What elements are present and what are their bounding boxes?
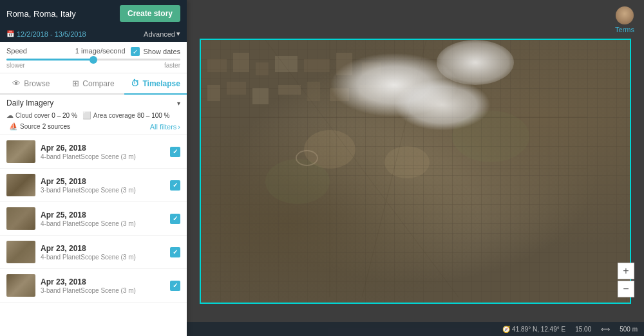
show-dates-label: Show dates (144, 48, 180, 55)
zoom-controls: + − (618, 263, 634, 297)
source-label: Source (20, 123, 41, 130)
list-item[interactable]: Apr 26, 2018 4-band PlanetScope Scene (3… (0, 135, 187, 169)
filter-bar: Daily Imagery ▾ ☁ Cloud cover 0 – 20 % ⬜… (0, 95, 187, 135)
item-info: Apr 23, 2018 3-band PlanetScope Scene (3… (41, 277, 165, 294)
cloud-2 (394, 79, 491, 131)
cloud-cover-chip[interactable]: ☁ Cloud cover 0 – 20 % (6, 111, 77, 120)
zoom-out-button[interactable]: − (618, 281, 634, 297)
chevron-right-icon: › (178, 123, 180, 131)
thumbnail (6, 140, 35, 163)
thumbnail (6, 241, 35, 263)
item-date: Apr 23, 2018 (41, 244, 165, 253)
coordinates-text: 41.89° N, 12.49° E (512, 326, 565, 333)
faster-label: faster (164, 62, 180, 69)
zoom-level-text: 15.00 (575, 326, 591, 333)
slider-fill (6, 59, 93, 61)
slower-label: slower (6, 62, 25, 69)
thumb-image (6, 174, 35, 196)
sidebar: Roma, Roma, Italy Create story 📅 12/2/20… (0, 0, 187, 336)
imagery-dropdown-arrow[interactable]: ▾ (177, 100, 180, 107)
calendar-icon: 📅 (6, 30, 14, 37)
area-coverage-chip[interactable]: ⬜ Area coverage 80 – 100 % (82, 111, 170, 120)
area-value: 80 – 100 % (137, 112, 170, 119)
item-desc: 3-band PlanetScope Scene (3 m) (41, 287, 165, 294)
cloud-value: 0 – 20 % (52, 112, 77, 119)
thumbnail (6, 274, 35, 297)
list-item[interactable]: Apr 23, 2018 4-band PlanetScope Scene (3… (0, 236, 187, 269)
app-container: Roma, Roma, Italy Create story 📅 12/2/20… (0, 0, 644, 336)
terms-area[interactable]: Terms (615, 6, 634, 33)
svg-rect-10 (278, 85, 301, 95)
slider-track (6, 59, 180, 61)
source-chip[interactable]: ⛵ Source 2 sources (9, 122, 70, 131)
item-date: Apr 25, 2018 (41, 177, 165, 186)
source-value: 2 sources (43, 123, 70, 130)
image-list[interactable]: Apr 26, 2018 4-band PlanetScope Scene (3… (0, 135, 187, 336)
svg-rect-4 (304, 59, 330, 72)
all-filters-button[interactable]: All filters › (150, 123, 180, 131)
svg-rect-8 (227, 82, 246, 95)
svg-rect-7 (207, 85, 220, 101)
browse-label: Browse (24, 79, 50, 88)
user-avatar[interactable] (616, 6, 634, 24)
list-item[interactable]: Apr 25, 2018 3-band PlanetScope Scene (3… (0, 169, 187, 202)
tab-browse[interactable]: 👁 Browse (0, 73, 62, 93)
speed-value: 1 image/second (75, 47, 126, 55)
item-info: Apr 26, 2018 4-band PlanetScope Scene (3… (41, 144, 165, 160)
item-info: Apr 25, 2018 4-band PlanetScope Scene (3… (41, 210, 165, 227)
svg-point-15 (384, 146, 430, 178)
svg-rect-1 (233, 53, 249, 72)
map-area[interactable]: Terms + − 🧭 41.89° N, 12.49° E 15.00 ⟺ 5… (187, 0, 644, 336)
tabs-row: 👁 Browse ⊞ Compare ⏱ Timelapse (0, 73, 187, 95)
colosseum-marker (296, 150, 318, 166)
show-dates-checkbox[interactable] (131, 47, 140, 56)
scale-text: 500 m (620, 326, 638, 333)
zoom-in-button[interactable]: + (618, 263, 634, 279)
item-checkbox[interactable] (170, 214, 180, 224)
compass-icon: 🧭 (502, 326, 510, 333)
thumb-image (6, 140, 35, 163)
area-label: Area coverage (93, 112, 135, 119)
source-icon: ⛵ (9, 122, 18, 131)
compass-indicator: 🧭 41.89° N, 12.49° E (502, 326, 565, 333)
speed-label: Speed (6, 47, 27, 55)
svg-rect-2 (256, 62, 269, 75)
item-checkbox[interactable] (170, 281, 180, 291)
item-date: Apr 26, 2018 (41, 144, 165, 153)
scale-icon: ⟺ (601, 326, 610, 333)
item-desc: 4-band PlanetScope Scene (3 m) (41, 254, 165, 261)
browse-icon: 👁 (12, 79, 21, 88)
filter-chips: ☁ Cloud cover 0 – 20 % ⬜ Area coverage 8… (6, 111, 180, 131)
thumbnail (6, 174, 35, 196)
list-item[interactable]: Apr 25, 2018 4-band PlanetScope Scene (3… (0, 202, 187, 236)
cloud-icon: ☁ (6, 111, 14, 120)
item-date: Apr 23, 2018 (41, 277, 165, 286)
cloud-label: Cloud cover (15, 112, 50, 119)
terms-label[interactable]: Terms (615, 26, 634, 33)
item-desc: 4-band PlanetScope Scene (3 m) (41, 153, 165, 160)
date-range[interactable]: 📅 12/2/2018 - 13/5/2018 (6, 30, 86, 38)
timelapse-icon: ⏱ (131, 79, 139, 88)
item-checkbox[interactable] (170, 247, 180, 257)
map-imagery-inner (201, 40, 630, 303)
list-item[interactable]: Apr 23, 2018 3-band PlanetScope Scene (3… (0, 269, 187, 303)
tab-timelapse[interactable]: ⏱ Timelapse (124, 73, 187, 95)
svg-point-21 (265, 159, 330, 204)
speed-row: Speed 1 image/second Show dates (6, 46, 180, 56)
advanced-button[interactable]: Advanced ▾ (144, 30, 180, 38)
thumb-image (6, 241, 35, 263)
slider-thumb[interactable] (90, 56, 97, 64)
date-range-text: 12/2/2018 - 13/5/2018 (17, 30, 86, 38)
item-checkbox[interactable] (170, 147, 180, 157)
create-story-button[interactable]: Create story (120, 5, 180, 22)
chevron-down-icon: ▾ (176, 30, 180, 38)
speed-slider[interactable]: slower faster (6, 59, 180, 69)
date-range-bar: 📅 12/2/2018 - 13/5/2018 Advanced ▾ (0, 27, 187, 42)
item-checkbox[interactable] (170, 180, 180, 191)
compare-icon: ⊞ (72, 79, 79, 88)
tab-compare[interactable]: ⊞ Compare (62, 73, 125, 93)
imagery-type-row: Daily Imagery ▾ (6, 98, 180, 107)
item-date: Apr 25, 2018 (41, 210, 165, 219)
thumb-image (6, 274, 35, 297)
thumbnail (6, 207, 35, 230)
